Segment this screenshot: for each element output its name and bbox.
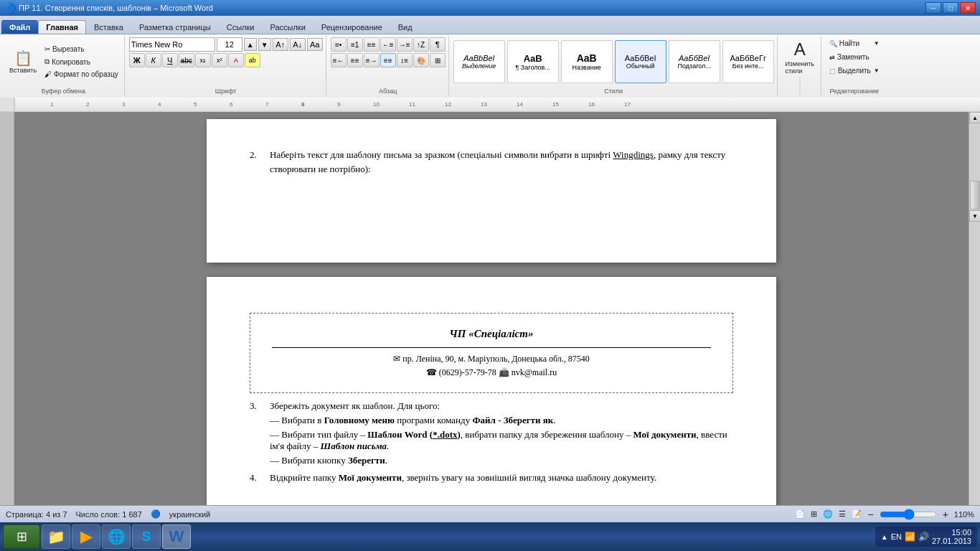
font-format-row: Ж К Ч abc x₂ x² A ab [129,53,260,67]
word-taskbar-icon: W [169,527,184,546]
align-right-button[interactable]: ≡→ [364,53,380,67]
view-web-icon[interactable]: 🌐 [823,509,833,519]
change-styles-button[interactable]: A Изменитьстили [782,37,818,77]
phone-text: (0629)-57-79-78 [439,367,499,377]
tab-review[interactable]: Рецензирование [314,20,390,34]
bold-button[interactable]: Ж [129,53,145,67]
justify-button[interactable]: ≡≡ [380,53,396,67]
show-marks-button[interactable]: ¶ [430,37,446,52]
scroll-down-button[interactable]: ▼ [969,210,980,222]
select-button[interactable]: ⬚ Выделить ▼ [826,65,883,77]
zoom-slider[interactable] [880,510,937,519]
format-painter-button[interactable]: 🖌 Формат по образцу [42,69,121,80]
title-bar-buttons: ─ □ ✕ [925,2,976,14]
tab-layout[interactable]: Разметка страницы [131,20,219,34]
email-text: nvk@mail.ru [512,367,557,377]
taskbar-word[interactable]: W [162,524,191,549]
item-3-sub1: — Вибрати в Головному меню програми кома… [270,415,733,426]
editing-label: Редактирование [829,88,879,95]
copy-button[interactable]: ⧉ Копировать [42,56,121,67]
view-full-icon[interactable]: ⊞ [811,509,817,519]
format-painter-icon: 🖌 [44,70,52,78]
svg-text:9: 9 [337,101,341,108]
line-spacing-button[interactable]: ↕≡ [397,53,413,67]
font-size-input[interactable] [217,37,242,52]
start-button[interactable]: ⊞ [3,524,40,549]
find-button[interactable]: 🔍 Найти ▼ [826,37,883,50]
font-shrink-button[interactable]: A↓ [290,38,306,51]
decrease-indent-button[interactable]: ←≡ [380,37,396,52]
paste-button[interactable]: 📋 Вставить [6,47,40,76]
restore-button[interactable]: □ [943,2,958,14]
style-default[interactable]: AaBbBelВыделение [453,40,505,83]
underline-button[interactable]: Ч [162,53,178,67]
cut-button[interactable]: ✂ Вырезать [42,44,121,55]
bullets-button[interactable]: ≡• [331,37,347,52]
letter-phone: ☎ (0629)-57-79-78 📠 nvk@mail.ru [272,367,711,378]
increase-indent-button[interactable]: →≡ [397,37,413,52]
svg-text:6: 6 [230,101,233,108]
view-outline-icon[interactable]: ☰ [839,509,846,519]
doc-area: 2. Наберіть текст для шаблону письма за … [0,112,980,505]
zoom-plus-button[interactable]: + [943,509,948,520]
envelope-icon: ✉ [393,354,400,364]
tab-file[interactable]: Файл [1,20,38,34]
scroll-up-button[interactable]: ▲ [969,112,980,123]
status-bar: Страница: 4 из 7 Число слов: 1 687 🔵 укр… [0,505,980,522]
taskbar-explorer[interactable]: 📁 [42,524,70,549]
tab-view[interactable]: Вид [390,20,420,34]
taskbar-skype[interactable]: S [132,524,161,549]
font-size-increase-button[interactable]: ▲ [244,38,257,51]
sort-button[interactable]: ↑Z [413,37,429,52]
replace-button[interactable]: ⇄ Заменить [826,51,883,63]
taskbar-media[interactable]: ▶ [72,524,100,549]
right-scrollbar[interactable]: ▲ ▼ [969,112,980,505]
text-1: програми команду [395,415,472,425]
style-subtitle[interactable]: АаБбВeI Подзагол... [669,40,720,83]
svg-text:7: 7 [265,101,269,108]
strikethrough-button[interactable]: abc [179,53,194,67]
scroll-thumb[interactable] [970,181,980,209]
svg-text:11: 11 [409,101,415,108]
highlight-button[interactable]: ab [245,53,260,67]
italic-button[interactable]: К [146,53,161,67]
page-2: ЧП «Спеціаліст» ✉ пр. Леніна, 90, м. Мар… [207,277,776,505]
spell-check-icon: 🔵 [151,509,161,519]
style-title[interactable]: AaB Название [561,40,613,83]
change-styles-icon: A [794,39,806,60]
align-center-button[interactable]: ≡≡ [347,53,363,67]
superscript-button[interactable]: x² [212,53,227,67]
tab-mailings[interactable]: Рассылки [262,20,313,34]
numbering-button[interactable]: ≡1 [347,37,363,52]
text-color-button[interactable]: A [228,53,244,67]
borders-button[interactable]: ⊞ [430,53,446,67]
tab-home[interactable]: Главная [38,20,86,34]
view-print-icon[interactable]: 📄 [795,509,805,519]
taskbar-chrome[interactable]: 🌐 [102,524,131,549]
view-draft-icon[interactable]: 📝 [852,509,862,519]
font-grow-button[interactable]: A↑ [273,38,288,51]
close-button[interactable]: ✕ [960,2,976,14]
clear-format-button[interactable]: Aa [307,38,323,51]
tab-references[interactable]: Ссылки [219,20,263,34]
style-heading1[interactable]: AaB ¶ Заголов... [507,40,559,83]
font-name-input[interactable] [129,37,215,52]
shading-button[interactable]: 🎨 [413,53,429,67]
style-no-spacing[interactable]: АаБбВeГг Без инте... [722,40,774,83]
document-scroll-area[interactable]: 2. Наберіть текст для шаблону письма за … [14,112,969,505]
multilevel-button[interactable]: ≡≡ [364,37,380,52]
zoom-minus-button[interactable]: − [867,509,873,520]
item-4-text1: Відкрийте папку [270,472,339,483]
minimize-button[interactable]: ─ [925,2,941,14]
style-normal[interactable]: АаБбВeI Обычный [615,40,666,83]
font-size-decrease-button[interactable]: ▼ [258,38,271,51]
svg-text:4: 4 [158,101,161,108]
item-3-sub2: — Вибрати тип файлу – Шаблон Word (*.dot… [270,429,733,452]
svg-text:14: 14 [517,101,523,108]
align-left-button[interactable]: ≡← [331,53,347,67]
title-bar-left: 🔵 ПР 11. Створення списків, шаблонів – M… [4,3,213,14]
subscript-button[interactable]: x₂ [195,53,211,67]
tab-insert[interactable]: Вставка [86,20,131,34]
title-bar: 🔵 ПР 11. Створення списків, шаблонів – M… [0,0,980,16]
styles-group: AaBbBelВыделение AaB ¶ Заголов... AaB На… [451,36,778,96]
